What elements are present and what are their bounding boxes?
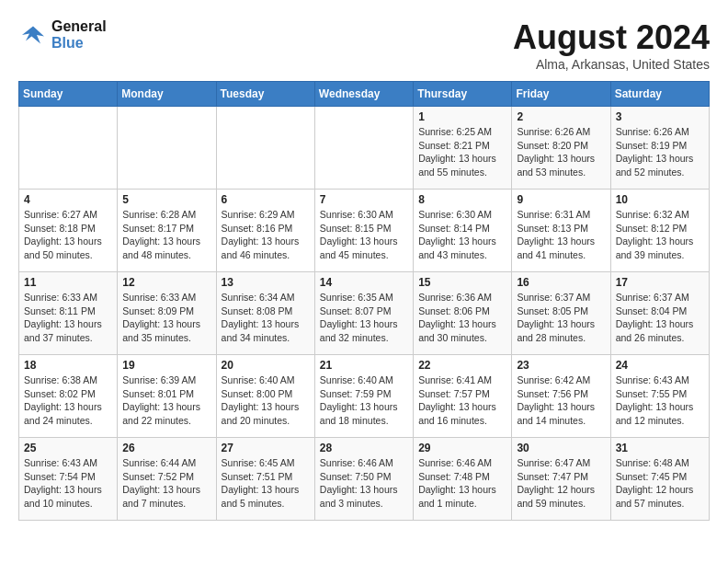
day-header-thursday: Thursday	[414, 82, 512, 107]
calendar-cell: 27Sunrise: 6:45 AM Sunset: 7:51 PM Dayli…	[216, 438, 314, 521]
calendar-table: SundayMondayTuesdayWednesdayThursdayFrid…	[18, 81, 710, 521]
day-info: Sunrise: 6:37 AM Sunset: 8:05 PM Dayligh…	[517, 291, 605, 345]
day-number: 6	[222, 193, 310, 206]
calendar-cell: 2Sunrise: 6:26 AM Sunset: 8:20 PM Daylig…	[512, 107, 610, 190]
day-info: Sunrise: 6:36 AM Sunset: 8:06 PM Dayligh…	[418, 291, 506, 345]
day-number: 30	[517, 442, 605, 454]
day-number: 19	[122, 359, 210, 372]
day-number: 23	[517, 359, 605, 372]
day-info: Sunrise: 6:33 AM Sunset: 8:09 PM Dayligh…	[122, 291, 210, 345]
calendar-cell: 13Sunrise: 6:34 AM Sunset: 8:08 PM Dayli…	[216, 272, 314, 355]
day-number: 29	[418, 442, 506, 454]
day-number: 5	[122, 193, 210, 206]
calendar-cell: 6Sunrise: 6:29 AM Sunset: 8:16 PM Daylig…	[216, 190, 314, 272]
calendar-cell: 4Sunrise: 6:27 AM Sunset: 8:18 PM Daylig…	[19, 190, 118, 272]
day-number: 11	[24, 276, 112, 289]
day-number: 26	[122, 442, 210, 454]
day-info: Sunrise: 6:34 AM Sunset: 8:08 PM Dayligh…	[222, 291, 310, 345]
calendar-cell: 5Sunrise: 6:28 AM Sunset: 8:17 PM Daylig…	[118, 190, 216, 272]
calendar-cell: 8Sunrise: 6:30 AM Sunset: 8:14 PM Daylig…	[414, 190, 512, 272]
day-header-saturday: Saturday	[610, 82, 709, 107]
day-info: Sunrise: 6:25 AM Sunset: 8:21 PM Dayligh…	[418, 125, 506, 179]
calendar-cell: 20Sunrise: 6:40 AM Sunset: 8:00 PM Dayli…	[216, 355, 314, 438]
calendar-cell: 30Sunrise: 6:47 AM Sunset: 7:47 PM Dayli…	[512, 438, 610, 521]
day-info: Sunrise: 6:43 AM Sunset: 7:55 PM Dayligh…	[616, 373, 704, 428]
day-info: Sunrise: 6:40 AM Sunset: 8:00 PM Dayligh…	[222, 373, 310, 428]
calendar-cell: 15Sunrise: 6:36 AM Sunset: 8:06 PM Dayli…	[414, 272, 512, 355]
day-number: 3	[616, 110, 704, 123]
logo-text: General Blue	[51, 18, 107, 51]
day-number: 8	[418, 193, 506, 206]
calendar-cell: 18Sunrise: 6:38 AM Sunset: 8:02 PM Dayli…	[19, 355, 118, 438]
day-number: 14	[320, 276, 408, 289]
day-info: Sunrise: 6:28 AM Sunset: 8:17 PM Dayligh…	[122, 208, 210, 262]
day-header-sunday: Sunday	[19, 82, 118, 107]
day-info: Sunrise: 6:31 AM Sunset: 8:13 PM Dayligh…	[517, 208, 605, 262]
calendar-cell: 11Sunrise: 6:33 AM Sunset: 8:11 PM Dayli…	[19, 272, 118, 355]
day-number: 16	[517, 276, 605, 289]
day-header-friday: Friday	[512, 82, 610, 107]
calendar-cell	[19, 107, 118, 190]
day-info: Sunrise: 6:48 AM Sunset: 7:45 PM Dayligh…	[616, 456, 704, 511]
calendar-cell: 9Sunrise: 6:31 AM Sunset: 8:13 PM Daylig…	[512, 190, 610, 272]
day-info: Sunrise: 6:35 AM Sunset: 8:07 PM Dayligh…	[320, 291, 408, 345]
day-number: 22	[418, 359, 506, 372]
day-info: Sunrise: 6:32 AM Sunset: 8:12 PM Dayligh…	[616, 208, 704, 262]
calendar-cell: 28Sunrise: 6:46 AM Sunset: 7:50 PM Dayli…	[314, 438, 413, 521]
week-row-1: 1Sunrise: 6:25 AM Sunset: 8:21 PM Daylig…	[19, 107, 710, 190]
calendar-cell: 26Sunrise: 6:44 AM Sunset: 7:52 PM Dayli…	[118, 438, 216, 521]
day-number: 15	[418, 276, 506, 289]
day-info: Sunrise: 6:38 AM Sunset: 8:02 PM Dayligh…	[24, 373, 112, 428]
sub-title: Alma, Arkansas, United States	[513, 57, 710, 72]
calendar-cell: 14Sunrise: 6:35 AM Sunset: 8:07 PM Dayli…	[314, 272, 413, 355]
day-info: Sunrise: 6:47 AM Sunset: 7:47 PM Dayligh…	[517, 456, 605, 511]
day-number: 9	[517, 193, 605, 206]
calendar-cell	[118, 107, 216, 190]
day-header-monday: Monday	[118, 82, 216, 107]
calendar-cell: 12Sunrise: 6:33 AM Sunset: 8:09 PM Dayli…	[118, 272, 216, 355]
day-info: Sunrise: 6:46 AM Sunset: 7:48 PM Dayligh…	[418, 456, 506, 511]
day-info: Sunrise: 6:27 AM Sunset: 8:18 PM Dayligh…	[24, 208, 112, 262]
day-number: 1	[418, 110, 506, 123]
day-number: 4	[24, 193, 112, 206]
title-block: August 2024 Alma, Arkansas, United State…	[513, 18, 710, 72]
calendar-cell: 31Sunrise: 6:48 AM Sunset: 7:45 PM Dayli…	[610, 438, 709, 521]
week-row-5: 25Sunrise: 6:43 AM Sunset: 7:54 PM Dayli…	[19, 438, 710, 521]
day-info: Sunrise: 6:33 AM Sunset: 8:11 PM Dayligh…	[24, 291, 112, 345]
day-info: Sunrise: 6:30 AM Sunset: 8:15 PM Dayligh…	[320, 208, 408, 262]
day-info: Sunrise: 6:40 AM Sunset: 7:59 PM Dayligh…	[320, 373, 408, 428]
week-row-4: 18Sunrise: 6:38 AM Sunset: 8:02 PM Dayli…	[19, 355, 710, 438]
logo-icon	[18, 20, 48, 50]
day-number: 24	[616, 359, 704, 372]
day-info: Sunrise: 6:42 AM Sunset: 7:56 PM Dayligh…	[517, 373, 605, 428]
day-number: 20	[222, 359, 310, 372]
calendar-body: 1Sunrise: 6:25 AM Sunset: 8:21 PM Daylig…	[19, 107, 710, 521]
day-headers-row: SundayMondayTuesdayWednesdayThursdayFrid…	[19, 82, 710, 107]
day-number: 28	[320, 442, 408, 454]
day-info: Sunrise: 6:46 AM Sunset: 7:50 PM Dayligh…	[320, 456, 408, 511]
day-number: 27	[222, 442, 310, 454]
day-info: Sunrise: 6:39 AM Sunset: 8:01 PM Dayligh…	[122, 373, 210, 428]
day-number: 10	[616, 193, 704, 206]
calendar-cell: 25Sunrise: 6:43 AM Sunset: 7:54 PM Dayli…	[19, 438, 118, 521]
calendar-cell: 1Sunrise: 6:25 AM Sunset: 8:21 PM Daylig…	[414, 107, 512, 190]
day-info: Sunrise: 6:43 AM Sunset: 7:54 PM Dayligh…	[24, 456, 112, 511]
main-title: August 2024	[513, 18, 710, 57]
calendar-cell: 21Sunrise: 6:40 AM Sunset: 7:59 PM Dayli…	[314, 355, 413, 438]
day-number: 18	[24, 359, 112, 372]
day-info: Sunrise: 6:26 AM Sunset: 8:19 PM Dayligh…	[616, 125, 704, 179]
calendar-cell: 22Sunrise: 6:41 AM Sunset: 7:57 PM Dayli…	[414, 355, 512, 438]
day-number: 2	[517, 110, 605, 123]
day-header-wednesday: Wednesday	[314, 82, 413, 107]
day-info: Sunrise: 6:37 AM Sunset: 8:04 PM Dayligh…	[616, 291, 704, 345]
day-number: 25	[24, 442, 112, 454]
calendar-cell: 29Sunrise: 6:46 AM Sunset: 7:48 PM Dayli…	[414, 438, 512, 521]
day-header-tuesday: Tuesday	[216, 82, 314, 107]
calendar-cell: 16Sunrise: 6:37 AM Sunset: 8:05 PM Dayli…	[512, 272, 610, 355]
day-info: Sunrise: 6:26 AM Sunset: 8:20 PM Dayligh…	[517, 125, 605, 179]
svg-marker-0	[22, 26, 44, 43]
calendar-cell: 24Sunrise: 6:43 AM Sunset: 7:55 PM Dayli…	[610, 355, 709, 438]
calendar-cell: 10Sunrise: 6:32 AM Sunset: 8:12 PM Dayli…	[610, 190, 709, 272]
day-info: Sunrise: 6:30 AM Sunset: 8:14 PM Dayligh…	[418, 208, 506, 262]
day-info: Sunrise: 6:41 AM Sunset: 7:57 PM Dayligh…	[418, 373, 506, 428]
